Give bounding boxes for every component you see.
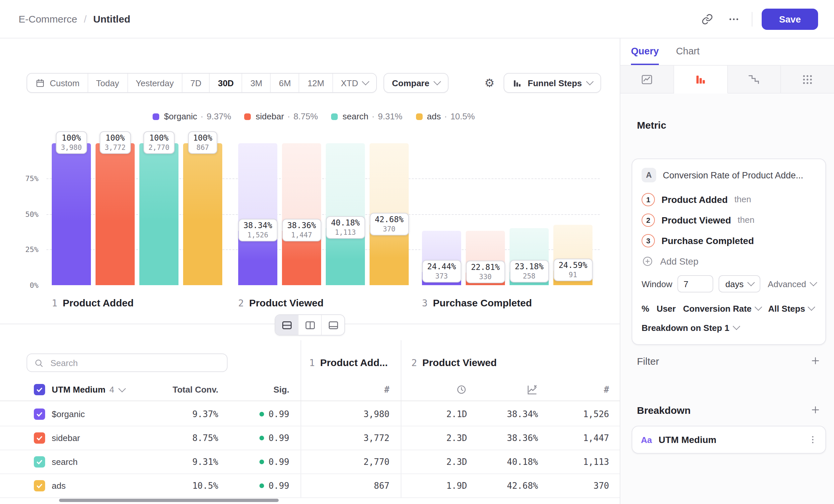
chevron-down-icon xyxy=(733,323,741,330)
add-filter-button[interactable] xyxy=(810,356,821,366)
range-today[interactable]: Today xyxy=(88,74,128,92)
funnel-bar[interactable]: 22.81%330 xyxy=(466,143,505,285)
plus-circle-icon xyxy=(642,255,654,267)
unit-toggle[interactable]: % xyxy=(642,303,649,313)
range-yesterday[interactable]: Yesterday xyxy=(128,74,182,92)
funnel-bar-converted-segment xyxy=(52,143,91,285)
tab-query[interactable]: Query xyxy=(631,39,659,65)
funnel-bar[interactable]: 100%3,772 xyxy=(95,143,135,285)
row-checkbox[interactable] xyxy=(34,450,45,474)
horizontal-scrollbar-thumb[interactable] xyxy=(59,499,279,502)
table-row[interactable]: search 9.31% 0.99 2,770 2.3D 40.18% 1,11… xyxy=(0,450,620,474)
chart-type-flows-icon[interactable] xyxy=(781,66,834,93)
y-axis-tick: 0% xyxy=(0,281,39,290)
row-checkbox[interactable] xyxy=(34,402,45,426)
avg-time-metric-icon[interactable] xyxy=(456,379,467,400)
legend-item[interactable]: $organic · 9.37% xyxy=(153,111,231,121)
table-search[interactable] xyxy=(26,353,227,372)
funnel-bar[interactable]: 40.18%1,113 xyxy=(326,143,365,285)
breakdown-property-card[interactable]: Aa UTM Medium xyxy=(632,426,826,454)
search-input[interactable] xyxy=(49,357,220,368)
funnel-bar[interactable]: 38.34%1,526 xyxy=(238,143,277,285)
count-metric-icon[interactable]: # xyxy=(604,379,609,400)
legend-swatch xyxy=(244,113,251,120)
funnel-bar[interactable]: 42.68%370 xyxy=(370,143,409,285)
row-name: sidebar xyxy=(52,426,80,450)
funnel-bar[interactable]: 23.18%258 xyxy=(509,143,549,285)
row-name: $organic xyxy=(52,402,85,426)
range-30d[interactable]: 30D xyxy=(210,74,242,92)
legend-item[interactable]: ads · 10.5% xyxy=(416,111,475,121)
funnel-bar[interactable]: 100%3,980 xyxy=(52,143,91,285)
query-panel: Query Chart Metric A xyxy=(620,39,834,504)
conversion-metric-icon[interactable] xyxy=(526,379,538,400)
check-icon xyxy=(36,410,43,417)
window-unit-select[interactable]: days xyxy=(719,275,760,293)
save-button[interactable]: Save xyxy=(762,8,818,29)
metric-type-select[interactable]: Conversion Rate xyxy=(683,303,761,313)
metric-title: Conversion Rate of Product Adde... xyxy=(663,170,803,180)
row-step2-time: 2.1D xyxy=(446,402,467,426)
funnel-step-row[interactable]: 1 Product Added then xyxy=(642,189,816,210)
row-checkbox[interactable] xyxy=(34,426,45,450)
chart-settings-gear-icon[interactable]: ⚙ xyxy=(484,77,495,89)
chart-toolbar: Custom Today Yesterday 7D 30D 3M 6M 12M … xyxy=(26,73,601,93)
breadcrumb-current[interactable]: Untitled xyxy=(93,13,130,25)
add-step-button[interactable]: Add Step xyxy=(642,251,816,271)
total-conv-column-header[interactable]: Total Conv. xyxy=(173,379,218,400)
funnel-step-row[interactable]: 3 Purchase Completed xyxy=(642,230,816,251)
panel-tabs: Query Chart xyxy=(620,39,834,65)
breakdown-on-step-select[interactable]: Breakdown on Step 1 xyxy=(642,319,816,336)
chart-type-insights-icon[interactable] xyxy=(620,66,674,93)
legend-value: 9.37% xyxy=(207,111,231,121)
funnel-bar[interactable]: 24.59%91 xyxy=(553,143,592,285)
scope-toggle[interactable]: User xyxy=(657,303,676,313)
add-breakdown-button[interactable] xyxy=(810,405,821,415)
funnel-bar[interactable]: 38.36%1,447 xyxy=(282,143,321,285)
group-column-header[interactable]: UTM Medium 4 xyxy=(52,379,125,400)
range-xtd[interactable]: XTD xyxy=(333,74,376,92)
row-step1-count: 867 xyxy=(374,474,390,497)
range-7d[interactable]: 7D xyxy=(182,74,210,92)
count-metric-icon[interactable]: # xyxy=(384,379,390,400)
table-row[interactable]: sidebar 8.75% 0.99 3,772 2.3D 38.36% 1,4… xyxy=(0,426,620,450)
select-all-checkbox[interactable] xyxy=(34,379,45,400)
window-value-input[interactable] xyxy=(678,275,714,293)
more-menu-icon[interactable] xyxy=(726,10,743,27)
row-checkbox[interactable] xyxy=(34,474,45,497)
breadcrumb-parent[interactable]: E-Commerce xyxy=(19,13,77,25)
share-link-icon[interactable] xyxy=(699,10,716,27)
range-12m[interactable]: 12M xyxy=(300,74,333,92)
legend-name: $organic xyxy=(164,111,197,121)
filter-section-label: Filter xyxy=(637,355,659,366)
funnel-step-row[interactable]: 2 Product Viewed then xyxy=(642,210,816,230)
range-3m[interactable]: 3M xyxy=(242,74,271,92)
table-row[interactable]: $organic 9.37% 0.99 3,980 2.1D 38.34% 1,… xyxy=(0,402,620,427)
check-icon xyxy=(36,458,43,465)
legend-item[interactable]: search · 9.31% xyxy=(331,111,403,121)
chart-type-retention-icon[interactable] xyxy=(727,66,781,93)
row-step2-count: 1,447 xyxy=(583,426,609,450)
tab-chart[interactable]: Chart xyxy=(676,39,700,65)
kebab-menu-icon[interactable] xyxy=(804,434,821,445)
bar-value-label: 100%3,980 xyxy=(56,131,87,154)
funnel-bar[interactable]: 100%867 xyxy=(183,143,222,285)
funnel-bar[interactable]: 100%2,770 xyxy=(139,143,178,285)
range-6m[interactable]: 6M xyxy=(271,74,300,92)
sig-column-header[interactable]: Sig. xyxy=(273,379,289,400)
view-selector-button[interactable]: Funnel Steps xyxy=(504,73,601,93)
range-custom[interactable]: Custom xyxy=(27,74,88,92)
view-selector-label: Funnel Steps xyxy=(528,78,582,88)
table-row[interactable]: ads 10.5% 0.99 867 1.9D 42.68% 370 xyxy=(0,474,620,498)
body: Custom Today Yesterday 7D 30D 3M 6M 12M … xyxy=(0,39,834,504)
metric-title-row[interactable]: A Conversion Rate of Product Adde... xyxy=(642,168,816,182)
advanced-toggle[interactable]: Advanced xyxy=(768,279,816,289)
legend-swatch xyxy=(153,113,159,120)
chart-type-funnel-icon[interactable] xyxy=(674,66,728,93)
compare-button[interactable]: Compare xyxy=(383,73,449,93)
funnel-bar[interactable]: 24.44%373 xyxy=(422,143,461,285)
funnel-bar-converted-segment xyxy=(183,143,222,285)
steps-scope-select[interactable]: All Steps xyxy=(768,303,814,313)
legend-item[interactable]: sidebar · 8.75% xyxy=(244,111,318,121)
string-property-icon: Aa xyxy=(641,435,652,445)
